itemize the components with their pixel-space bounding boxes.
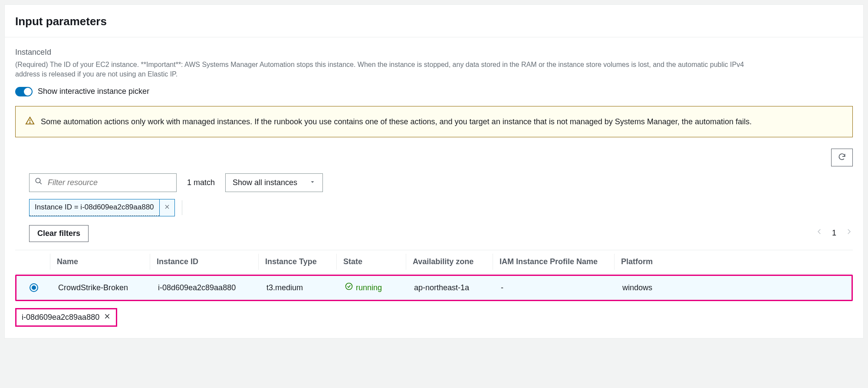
refresh-button[interactable] <box>831 149 853 166</box>
svg-point-6 <box>346 283 352 289</box>
instance-visibility-dropdown[interactable]: Show all instances <box>225 173 323 192</box>
filter-toolbar: 1 match Show all instances <box>29 173 853 192</box>
status-running-icon <box>345 282 353 294</box>
state-text: running <box>356 282 382 293</box>
pager-prev[interactable] <box>815 228 823 239</box>
panel-title: Input parameters <box>15 13 853 29</box>
toggle-label: Show interactive instance picker <box>38 86 149 97</box>
th-select <box>15 255 50 268</box>
panel-header: Input parameters <box>5 5 863 37</box>
cell-name: CrowdStrike-Broken <box>51 276 151 299</box>
chevron-left-icon <box>815 229 823 237</box>
pager-current-page: 1 <box>832 228 836 239</box>
vertical-divider <box>182 200 182 215</box>
cell-instance-id: i-08d609ea2c89aa880 <box>151 276 260 299</box>
th-az[interactable]: Availability zone <box>406 250 493 273</box>
cell-instance-type: t3.medium <box>260 276 338 299</box>
match-count: 1 match <box>187 177 215 188</box>
th-instance-type[interactable]: Instance Type <box>258 250 336 273</box>
pagination: 1 <box>815 228 853 239</box>
cell-az: ap-northeast-1a <box>407 276 494 299</box>
th-iam[interactable]: IAM Instance Profile Name <box>493 250 614 273</box>
refresh-icon <box>838 153 846 162</box>
selected-instance-token: i-08d609ea2c89aa880 <box>15 308 117 327</box>
cell-state: running <box>338 276 407 300</box>
warning-text: Some automation actions only work with m… <box>41 115 752 129</box>
filter-chip-label: Instance ID = i-08d609ea2c89aa880 <box>30 199 159 216</box>
instance-picker-toggle[interactable] <box>15 87 33 96</box>
panel-body: InstanceId (Required) The ID of your EC2… <box>5 37 863 338</box>
instanceid-description: (Required) The ID of your EC2 instance. … <box>15 60 753 80</box>
close-icon <box>104 313 111 322</box>
toggle-row: Show interactive instance picker <box>15 86 853 97</box>
radio-selected-icon <box>30 283 38 292</box>
dropdown-label: Show all instances <box>233 177 297 188</box>
filter-chip-instance-id: Instance ID = i-08d609ea2c89aa880 <box>29 199 175 216</box>
th-state[interactable]: State <box>336 250 406 273</box>
warning-alert: Some automation actions only work with m… <box>15 106 853 138</box>
th-instance-id[interactable]: Instance ID <box>150 250 258 273</box>
filter-chip-row: Instance ID = i-08d609ea2c89aa880 <box>29 199 853 216</box>
row-radio-cell[interactable] <box>16 277 51 298</box>
filter-search-box[interactable] <box>29 173 177 192</box>
warning-icon <box>25 116 35 126</box>
clear-and-pager-row: Clear filters 1 <box>29 225 853 242</box>
table-header-row: Name Instance ID Instance Type State Ava… <box>15 250 853 274</box>
chevron-right-icon <box>845 229 853 237</box>
close-icon <box>164 202 170 213</box>
clear-filters-button[interactable]: Clear filters <box>29 225 89 242</box>
pager-next[interactable] <box>845 228 853 239</box>
search-icon <box>35 177 43 188</box>
caret-down-icon <box>309 177 316 188</box>
cell-platform: windows <box>615 276 676 299</box>
input-parameters-panel: Input parameters InstanceId (Required) T… <box>4 4 864 338</box>
th-name[interactable]: Name <box>50 250 150 273</box>
instance-table: Name Instance ID Instance Type State Ava… <box>15 250 853 301</box>
cell-iam: - <box>494 276 615 299</box>
svg-point-2 <box>36 178 40 183</box>
instanceid-label: InstanceId <box>15 47 853 58</box>
filter-input[interactable] <box>47 178 171 188</box>
selected-token-remove[interactable] <box>104 312 111 323</box>
toolbar-refresh-row <box>15 149 853 166</box>
svg-line-3 <box>39 182 42 184</box>
table-row[interactable]: CrowdStrike-Broken i-08d609ea2c89aa880 t… <box>15 275 853 301</box>
th-platform[interactable]: Platform <box>614 250 675 273</box>
filter-chip-remove[interactable] <box>159 199 174 216</box>
svg-point-1 <box>30 122 30 123</box>
selected-token-label: i-08d609ea2c89aa880 <box>22 312 99 323</box>
